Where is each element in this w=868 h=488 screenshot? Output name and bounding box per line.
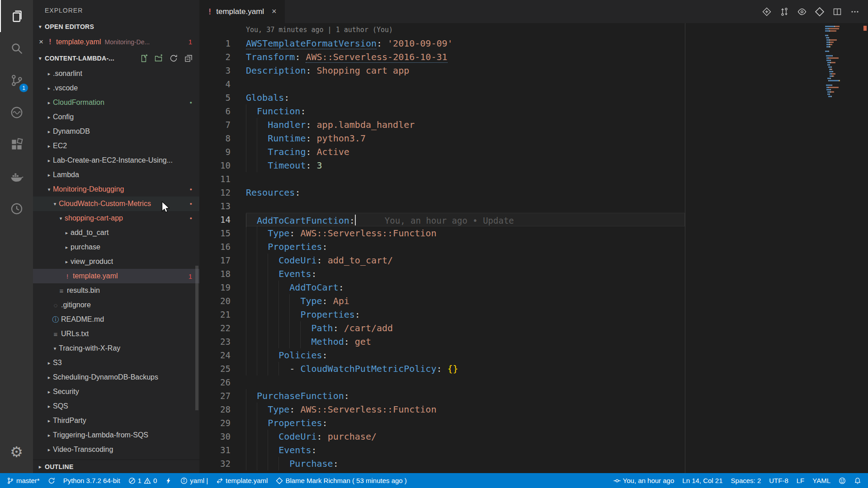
tree-item-sqs[interactable]: ▸SQS <box>33 399 199 413</box>
extensions-activity-button[interactable] <box>0 128 33 160</box>
tree-item-view-product[interactable]: ▸view_product <box>33 254 199 269</box>
status-feedback[interactable] <box>835 473 850 488</box>
tree-item-gitignore[interactable]: ◌.gitignore <box>33 298 199 312</box>
tree-item-thirdparty[interactable]: ▸ThirdParty <box>33 413 199 428</box>
status-cursor-position[interactable]: Ln 14, Col 21 <box>678 473 726 488</box>
source-control-activity-button[interactable]: 1 <box>0 64 33 96</box>
tree-item-ec2[interactable]: ▸EC2 <box>33 139 199 153</box>
tree-item-triggering-lambda-from-sqs[interactable]: ▸Triggering-Lambda-from-SQS <box>33 428 199 442</box>
open-editors-header[interactable]: ▾ OPEN EDITORS <box>33 20 199 33</box>
tree-item-add-to-cart[interactable]: ▸add_to_cart <box>33 225 199 240</box>
tree-item-monitoring-debugging[interactable]: ▾Monitoring-Debugging● <box>33 182 199 197</box>
minimap[interactable] <box>825 26 867 98</box>
toggle-file-blame-button[interactable] <box>797 7 807 17</box>
status-sonarlint-language[interactable]: yaml | <box>176 473 212 488</box>
tree-item-vscode[interactable]: ▸.vscode <box>33 81 199 95</box>
code-line-18[interactable]: 18 Events: <box>199 267 868 281</box>
tree-item-results-bin[interactable]: ≡results.bin <box>33 283 199 298</box>
tree-item-dynamodb[interactable]: ▸DynamoDB <box>33 124 199 139</box>
code-line-32[interactable]: 32 Purchase: <box>199 457 868 470</box>
code-line-15[interactable]: 15 Type: AWS::Serverless::Function <box>199 226 868 240</box>
status-eol[interactable]: LF <box>793 473 809 488</box>
status-encoding[interactable]: UTF-8 <box>765 473 793 488</box>
code-line-14[interactable]: 14 AddToCartFunction:You, an hour ago • … <box>199 213 868 226</box>
new-file-button[interactable] <box>139 54 148 63</box>
tree-item-urls-txt[interactable]: ≡URLs.txt <box>33 327 199 341</box>
sidebar-scrollbar[interactable] <box>195 266 198 410</box>
refresh-explorer-button[interactable] <box>169 54 178 63</box>
tree-item-shopping-cart-app[interactable]: ▾shopping-cart-app● <box>33 211 199 225</box>
status-git-branch[interactable]: master* <box>3 473 44 488</box>
open-editor-item[interactable]: × ! template.yaml Monitoring-De... 1 <box>33 33 199 50</box>
status-sync[interactable] <box>44 473 59 488</box>
tree-item-tracing-with-x-ray[interactable]: ▾Tracing-with-X-Ray <box>33 341 199 356</box>
code-line-8[interactable]: 8 Runtime: python3.7 <box>199 131 868 145</box>
outline-header[interactable]: ▸ OUTLINE <box>33 460 199 473</box>
tree-item-template-yaml[interactable]: !template.yaml1 <box>33 269 199 283</box>
code-line-6[interactable]: 6 Function: <box>199 104 868 118</box>
tab-template-yaml[interactable]: ! template.yaml × <box>199 0 285 23</box>
status-language-mode[interactable]: YAML <box>808 473 835 488</box>
gitlens-authors-codelens[interactable]: You, 37 minutes ago | 1 author (You) <box>246 23 393 37</box>
settings-button[interactable]: ⚙ <box>0 436 33 468</box>
tree-item-cloudwatch-custom-metrics[interactable]: ▾CloudWatch-Custom-Metrics● <box>33 197 199 211</box>
explorer-activity-button[interactable] <box>0 0 33 32</box>
code-line-12[interactable]: 12Resources: <box>199 186 868 199</box>
code-line-26[interactable]: 26 <box>199 375 868 389</box>
code-line-27[interactable]: 27 PurchaseFunction: <box>199 389 868 403</box>
split-editor-button[interactable] <box>832 7 842 17</box>
gitlens-button[interactable] <box>815 7 825 17</box>
status-notifications[interactable] <box>850 473 865 488</box>
tree-item-readme-md[interactable]: ⓘREADME.md <box>33 312 199 327</box>
more-actions-button[interactable] <box>850 7 860 17</box>
workspace-folder-header[interactable]: ▾ CONTENT-LAMBDA-... <box>33 50 199 66</box>
code-line-4[interactable]: 4 <box>199 77 868 91</box>
code-line-22[interactable]: 22 Path: /cart/add <box>199 321 868 335</box>
code-line-16[interactable]: 16 Properties: <box>199 240 868 253</box>
code-line-31[interactable]: 31 Events: <box>199 443 868 457</box>
tree-item-s3[interactable]: ▸S3 <box>33 356 199 370</box>
gitlens-diff-previous-button[interactable] <box>762 7 772 17</box>
history-activity-button[interactable] <box>0 192 33 225</box>
tree-item-config[interactable]: ▸Config <box>33 110 199 124</box>
code-line-19[interactable]: 19 AddToCart: <box>199 281 868 294</box>
status-gitlens-blame[interactable]: Blame Mark Richman ( 53 minutes ago ) <box>272 473 410 488</box>
code-line-28[interactable]: 28 Type: AWS::Serverless::Function <box>199 403 868 416</box>
tree-item-video-transcoding[interactable]: ▸Video-Transcoding <box>33 442 199 457</box>
code-line-17[interactable]: 17 CodeUri: add_to_cart/ <box>199 253 868 267</box>
tree-item-lambda[interactable]: ▸Lambda <box>33 168 199 182</box>
code-line-13[interactable]: 13 <box>199 199 868 213</box>
tree-item-purchase[interactable]: ▸purchase <box>33 240 199 254</box>
status-indentation[interactable]: Spaces: 2 <box>727 473 765 488</box>
docker-activity-button[interactable] <box>0 160 33 192</box>
code-line-5[interactable]: 5Globals: <box>199 91 868 104</box>
status-gitlens-mode[interactable]: You, an hour ago <box>609 473 679 488</box>
tree-item-scheduling-dynamodb-backups[interactable]: ▸Scheduling-DynamoDB-Backups <box>33 370 199 385</box>
code-line-1[interactable]: 1AWSTemplateFormatVersion: '2010-09-09' <box>199 37 868 50</box>
code-line-7[interactable]: 7 Handler: app.lambda_handler <box>199 118 868 131</box>
status-python-interpreter[interactable]: Python 3.7.2 64-bit <box>59 473 124 488</box>
close-icon[interactable]: × <box>39 38 48 47</box>
tree-item-lab-create-an-ec2-instance-using[interactable]: ▸Lab-Create-an-EC2-Instance-Using... <box>33 153 199 168</box>
code-line-9[interactable]: 9 Tracing: Active <box>199 145 868 159</box>
code-line-11[interactable]: 11 <box>199 172 868 186</box>
tree-item-security[interactable]: ▸Security <box>33 385 199 399</box>
code-line-2[interactable]: 2Transform: AWS::Serverless-2016-10-31 <box>199 50 868 64</box>
collapse-folders-button[interactable] <box>184 54 193 63</box>
status-active-file[interactable]: template.yaml <box>212 473 272 488</box>
status-flash[interactable] <box>161 473 176 488</box>
code-line-25[interactable]: 25 - CloudWatchPutMetricPolicy: {} <box>199 362 868 375</box>
code-line-20[interactable]: 20 Type: Api <box>199 294 868 308</box>
code-line-23[interactable]: 23 Method: get <box>199 335 868 348</box>
tree-item-cloudformation[interactable]: ▸CloudFormation● <box>33 95 199 110</box>
code-line-10[interactable]: 10 Timeout: 3 <box>199 159 868 172</box>
sonarlint-activity-button[interactable] <box>0 96 33 128</box>
new-folder-button[interactable] <box>154 54 163 63</box>
code-line-30[interactable]: 30 CodeUri: purchase/ <box>199 430 868 443</box>
status-problems[interactable]: 10 <box>124 473 161 488</box>
code-line-24[interactable]: 24 Policies: <box>199 348 868 362</box>
search-activity-button[interactable] <box>0 32 33 64</box>
code-line-21[interactable]: 21 Properties: <box>199 308 868 321</box>
code-line-3[interactable]: 3Description: Shopping cart app <box>199 64 868 77</box>
code-area[interactable]: 1AWSTemplateFormatVersion: '2010-09-09'2… <box>199 37 868 470</box>
